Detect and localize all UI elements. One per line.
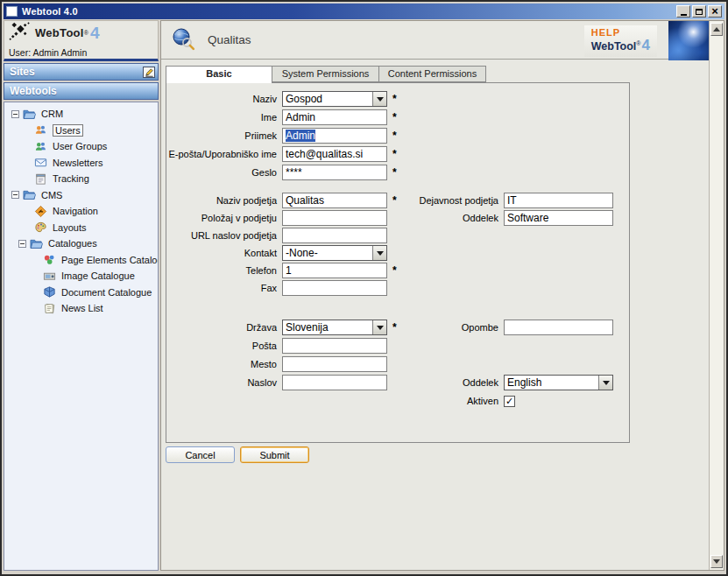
logo-text: WebTool xyxy=(35,26,84,39)
aktiven-checkbox[interactable]: ✓ xyxy=(504,396,515,407)
logo-number: 4 xyxy=(90,24,100,43)
form-row: Aktiven ✓ xyxy=(166,393,629,409)
form-area: Basic System Permissions Content Permiss… xyxy=(161,60,709,570)
dropdown-arrow-icon[interactable] xyxy=(372,92,386,106)
navigation-tree: CRM Users User Groups xyxy=(4,102,159,571)
window-title: Webtool 4.0 xyxy=(22,6,78,17)
form-row: Kontakt -None- xyxy=(166,245,629,261)
close-button[interactable] xyxy=(708,5,722,18)
form-row: Država Slovenija * Opombe xyxy=(166,320,629,335)
edit-sites-button[interactable] xyxy=(143,67,155,78)
sidebar: WebTool® 4 User: Admin Admin Sites Webto… xyxy=(4,20,159,571)
tree-item-layouts[interactable]: Layouts xyxy=(4,220,158,236)
tab-basic[interactable]: Basic xyxy=(166,66,272,83)
dropdown-arrow-icon[interactable] xyxy=(598,376,612,390)
vertical-scrollbar[interactable] xyxy=(709,21,724,570)
priimek-input[interactable]: Admin xyxy=(282,128,387,144)
envelope-icon xyxy=(34,156,48,169)
minimize-icon xyxy=(681,14,687,16)
tree-item-crm[interactable]: CRM xyxy=(4,106,158,123)
webtool-logo-icon xyxy=(9,22,32,45)
form-row: Naziv Gospod * xyxy=(166,91,629,107)
geslo-input[interactable] xyxy=(282,165,387,180)
fax-input[interactable] xyxy=(282,280,387,296)
decorative-banner-image xyxy=(668,21,709,60)
tab-content-permissions[interactable]: Content Permissions xyxy=(379,66,486,82)
pencil-icon xyxy=(145,67,154,77)
folder-icon xyxy=(30,237,44,250)
form-row: Naslov Oddelek English xyxy=(166,375,629,390)
form-row: E-pošta/Uporabniško ime * xyxy=(166,146,629,162)
folder-icon xyxy=(23,108,37,121)
maximize-button[interactable] xyxy=(692,5,706,18)
dejavnost-podjetja-input[interactable] xyxy=(504,193,613,208)
email-username-input[interactable] xyxy=(282,146,387,162)
maximize-icon xyxy=(696,9,703,15)
cancel-button[interactable]: Cancel xyxy=(166,446,235,463)
app-icon xyxy=(6,6,18,17)
drzava-select[interactable]: Slovenija xyxy=(282,320,387,335)
posta-input[interactable] xyxy=(282,338,387,354)
tree-item-document-catalogue[interactable]: Document Catalogue xyxy=(4,284,158,301)
tree-item-navigation[interactable]: Navigation xyxy=(4,203,158,220)
cube-icon xyxy=(43,285,57,299)
telefon-input[interactable] xyxy=(282,263,387,278)
form-row: Geslo * xyxy=(166,165,629,180)
naziv-select[interactable]: Gospod xyxy=(282,91,387,107)
ime-input[interactable] xyxy=(282,109,387,125)
webtools-header[interactable]: Webtools xyxy=(4,82,159,100)
scroll-up-button[interactable] xyxy=(710,23,723,36)
form-row: Položaj v podjetju Oddelek xyxy=(166,210,629,226)
opombe-input[interactable] xyxy=(504,320,613,335)
tree-item-user-groups[interactable]: User Groups xyxy=(4,138,158,155)
collapse-icon[interactable] xyxy=(18,240,26,248)
tree-item-image-catalogue[interactable]: Image Catalogue xyxy=(4,268,158,284)
required-marker: * xyxy=(392,93,403,105)
tab-bar: Basic System Permissions Content Permiss… xyxy=(166,66,709,82)
selected-text: Admin xyxy=(286,130,315,142)
kontakt-select[interactable]: -None- xyxy=(282,245,387,261)
tree-item-users[interactable]: Users xyxy=(4,123,158,139)
dropdown-arrow-icon[interactable] xyxy=(372,320,386,334)
dropdown-arrow-icon[interactable] xyxy=(372,246,386,260)
form-row: Pošta xyxy=(166,338,629,354)
brand-logo: WebTool® 4 xyxy=(4,20,159,45)
scroll-down-button[interactable] xyxy=(710,555,723,568)
polozaj-v-podjetju-input[interactable] xyxy=(282,210,387,226)
mesto-input[interactable] xyxy=(282,356,387,372)
form-row: Telefon * xyxy=(166,263,629,278)
logged-in-user: User: Admin Admin xyxy=(4,45,159,61)
oddelek-language-select[interactable]: English xyxy=(504,375,613,390)
tree-item-cms[interactable]: CMS xyxy=(4,187,158,204)
submit-button[interactable]: Submit xyxy=(240,446,309,463)
sites-header[interactable]: Sites xyxy=(4,63,159,81)
tree-item-news-list[interactable]: News List xyxy=(4,300,158,317)
collapse-icon[interactable] xyxy=(11,110,19,118)
basic-tab-panel: Naziv Gospod * Ime * Priimek xyxy=(166,82,630,443)
close-icon xyxy=(711,6,718,17)
tree-item-catalogues[interactable]: Catalogues xyxy=(4,235,158,252)
tree-item-tracking[interactable]: Tracking xyxy=(4,171,158,187)
tree-item-page-elements-catalogue[interactable]: Page Elements Catalogue xyxy=(4,252,158,269)
naziv-podjetja-input[interactable] xyxy=(282,193,387,208)
arrow-up-icon xyxy=(713,27,720,32)
form-row: URL naslov podjetja xyxy=(166,228,629,243)
tree-item-newsletters[interactable]: Newsletters xyxy=(4,155,158,172)
minimize-button[interactable] xyxy=(676,5,690,18)
notepad-icon xyxy=(34,172,48,186)
collapse-icon[interactable] xyxy=(11,191,19,199)
required-marker: * xyxy=(392,166,403,179)
tab-system-permissions[interactable]: System Permissions xyxy=(272,66,379,82)
navigation-icon xyxy=(34,205,48,218)
url-naslov-podjetja-input[interactable] xyxy=(282,228,387,243)
form-row: Ime * xyxy=(166,109,629,125)
oddelek-input[interactable] xyxy=(504,210,613,226)
image-icon xyxy=(43,270,57,283)
form-row: Fax xyxy=(166,280,629,296)
help-logo[interactable]: HELP WebTool®4 xyxy=(584,25,657,57)
checkmark-icon: ✓ xyxy=(505,397,513,406)
naslov-input[interactable] xyxy=(282,375,387,390)
required-marker: * xyxy=(392,130,403,142)
form-row: Mesto xyxy=(166,356,629,372)
form-row: Priimek Admin * xyxy=(166,128,629,144)
